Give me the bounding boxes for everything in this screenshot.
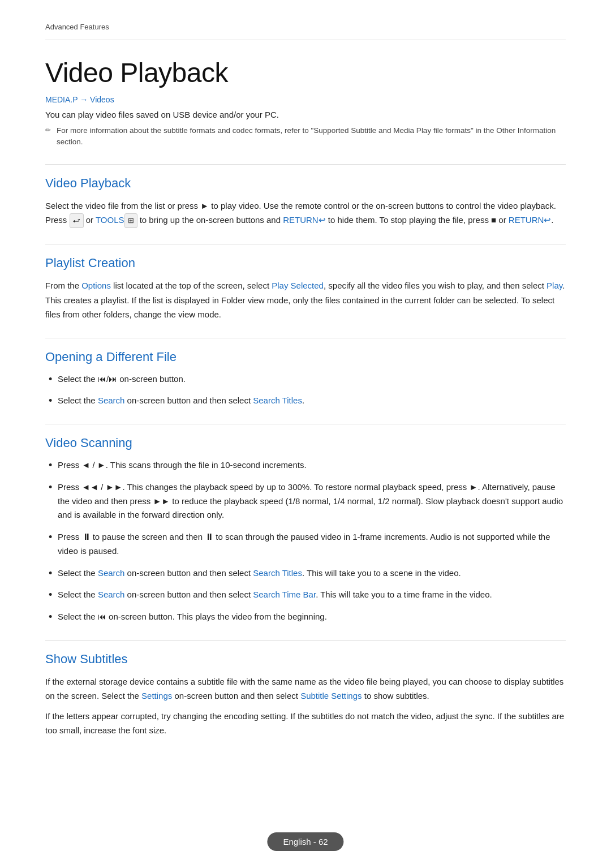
skip-back-icon: ⏮ bbox=[98, 612, 106, 621]
tools-button-icon: ⮐ bbox=[70, 213, 84, 228]
subtitles-body-2: If the letters appear corrupted, try cha… bbox=[45, 709, 566, 738]
note-text: For more information about the subtitle … bbox=[45, 125, 566, 148]
return-link-2: RETURN↩ bbox=[509, 215, 552, 225]
section-title-playlist: Playlist Creation bbox=[45, 256, 566, 270]
footer: English - 62 bbox=[267, 832, 343, 851]
section-title-subtitles: Show Subtitles bbox=[45, 652, 566, 667]
section-title-opening: Opening a Different File bbox=[45, 350, 566, 364]
section-title-scanning: Video Scanning bbox=[45, 436, 566, 450]
scan-item-6: Select the ⏮ on-screen button. This play… bbox=[45, 610, 566, 624]
search-link-2[interactable]: Search bbox=[98, 568, 125, 578]
footer-text: English - 62 bbox=[283, 837, 328, 846]
list-item-2: Select the Search on-screen button and t… bbox=[45, 394, 566, 408]
search-link-1[interactable]: Search bbox=[98, 396, 125, 405]
playlist-body: From the Options list located at the top… bbox=[45, 278, 566, 322]
section-title-video-playback: Video Playback bbox=[45, 176, 566, 191]
divider-3 bbox=[45, 338, 566, 338]
divider-4 bbox=[45, 424, 566, 424]
search-titles-link-2[interactable]: Search Titles bbox=[253, 568, 302, 578]
skip-button-icon: ⏮/⏭ bbox=[98, 374, 117, 384]
divider-2 bbox=[45, 244, 566, 244]
subtitle-settings-link[interactable]: Subtitle Settings bbox=[300, 691, 362, 701]
return-link-1: RETURN↩ bbox=[283, 215, 326, 225]
options-link[interactable]: Options bbox=[81, 281, 111, 290]
divider-5 bbox=[45, 640, 566, 641]
breadcrumb: MEDIA.P → Videos bbox=[45, 95, 566, 104]
scan-item-2: Press ◄◄ / ►►. This changes the playback… bbox=[45, 480, 566, 522]
intro-text: You can play video files saved on USB de… bbox=[45, 110, 566, 119]
breadcrumb-arrow: → bbox=[80, 95, 90, 104]
search-titles-link-1[interactable]: Search Titles bbox=[253, 396, 302, 405]
video-playback-body: Select the video file from the list or p… bbox=[45, 199, 566, 229]
scan-item-3: Press ⏸ to pause the screen and then ⏸ t… bbox=[45, 530, 566, 558]
scan-item-4: Select the Search on-screen button and t… bbox=[45, 566, 566, 581]
search-time-bar-link[interactable]: Search Time Bar bbox=[253, 590, 316, 599]
breadcrumb-videos[interactable]: Videos bbox=[90, 95, 114, 104]
play-selected-link[interactable]: Play Selected bbox=[272, 281, 324, 290]
settings-link[interactable]: Settings bbox=[141, 691, 172, 701]
list-item-1: Select the ⏮/⏭ on-screen button. bbox=[45, 372, 566, 386]
advanced-features-label: Advanced Features bbox=[45, 23, 566, 40]
opening-file-list: Select the ⏮/⏭ on-screen button. Select … bbox=[45, 372, 566, 409]
breadcrumb-media[interactable]: MEDIA.P bbox=[45, 95, 78, 104]
video-scanning-list: Press ◄ / ►. This scans through the file… bbox=[45, 458, 566, 624]
tools-link: TOOLS bbox=[96, 215, 124, 225]
tools-icon: ⊞ bbox=[124, 213, 137, 228]
page-title: Video Playback bbox=[45, 57, 566, 88]
play-link[interactable]: Play bbox=[547, 281, 562, 290]
search-link-3[interactable]: Search bbox=[98, 590, 125, 599]
scan-item-5: Select the Search on-screen button and t… bbox=[45, 588, 566, 602]
divider-1 bbox=[45, 164, 566, 165]
scan-item-1: Press ◄ / ►. This scans through the file… bbox=[45, 458, 566, 472]
subtitles-body-1: If the external storage device contains … bbox=[45, 674, 566, 703]
